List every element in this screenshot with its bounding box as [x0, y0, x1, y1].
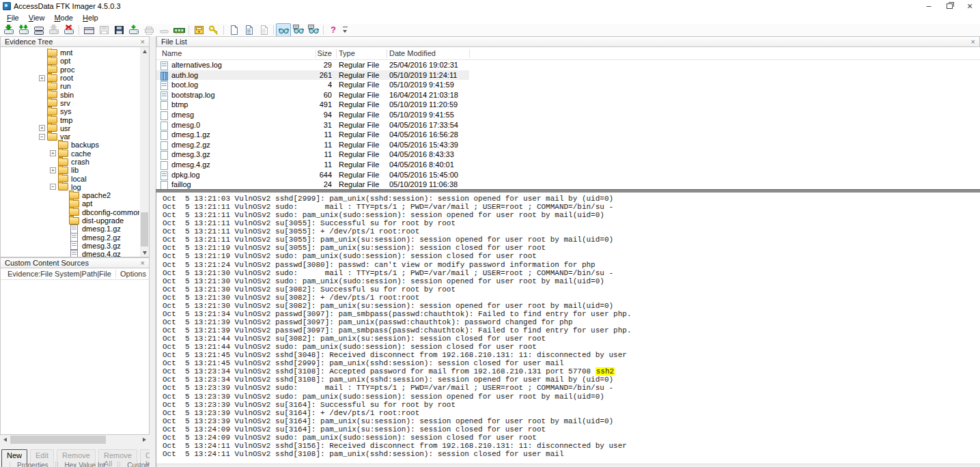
tree-item-label: proc	[60, 66, 74, 74]
export-files-button[interactable]	[226, 23, 241, 37]
column-separator[interactable]	[469, 49, 470, 58]
file-row-bootstrap.log[interactable]: bootstrap.log60Regular File16/04/2014 21…	[156, 90, 469, 100]
menu-help[interactable]: Help	[78, 13, 103, 23]
tree-item-dmesg.4.gz[interactable]: dmesg.4.gz	[1, 250, 139, 257]
bottom-tab-hex-value-int[interactable]: Hex Value Int...	[57, 462, 119, 467]
restore-button[interactable]	[939, 0, 960, 12]
vertical-splitter[interactable]	[150, 36, 156, 467]
collapse-icon[interactable]: −	[39, 134, 45, 140]
minimize-button[interactable]: –	[919, 0, 939, 12]
expand-icon[interactable]: +	[50, 150, 56, 156]
tree-item-opt[interactable]: opt	[1, 57, 139, 65]
column-separator[interactable]	[336, 49, 337, 58]
file-row-alternatives.log[interactable]: alternatives.log29Regular File25/04/2016…	[156, 60, 469, 70]
file-row-dmesg[interactable]: dmesg94Regular File05/10/2019 9:41:55	[156, 110, 469, 120]
tree-item-tmp[interactable]: tmp	[1, 115, 139, 124]
add-all-attached-devices-button[interactable]	[16, 23, 31, 37]
tree-item-dist-upgrade[interactable]: dist-upgrade	[1, 216, 139, 225]
hex-view-mode-button[interactable]	[291, 23, 306, 37]
add-evidence-to-custom-content-image-button[interactable]	[126, 23, 141, 37]
custom-content-horizontal-scrollbar[interactable]	[1, 435, 149, 444]
file-row-boot.log[interactable]: boot.log4Regular File05/10/2019 9:41:59	[156, 80, 469, 90]
column-options[interactable]: Options	[120, 270, 146, 278]
log-line: Oct 5 13:24:11 VulnOSv2 sshd[3108]: pam_…	[163, 450, 980, 458]
text-view-mode-button[interactable]	[306, 23, 321, 37]
auto-mode-button[interactable]	[276, 23, 291, 37]
viewer-horizontal-scrollbar[interactable]	[156, 464, 980, 467]
file-row-dmesg.0[interactable]: dmesg.031Regular File04/05/2016 17:33:54	[156, 120, 469, 130]
toolbar-options-button[interactable]	[342, 25, 349, 36]
tree-item-dmesg.2.gz[interactable]: dmesg.2.gz	[1, 234, 139, 242]
evidence-tree-vertical-scrollbar[interactable]	[140, 47, 149, 257]
tree-item-dmesg.3.gz[interactable]: dmesg.3.gz	[1, 242, 139, 250]
log-line: Oct 5 13:21:11 VulnOSv2 su[3055]: Succes…	[163, 219, 980, 227]
file-size: 11	[293, 160, 332, 169]
tree-item-run[interactable]: run	[1, 82, 139, 90]
scroll-down-arrow[interactable]	[140, 249, 149, 257]
file-list-close-icon[interactable]: ×	[970, 38, 977, 45]
file-row-dmesg.2.gz[interactable]: dmesg.2.gz11Regular File04/05/2016 15:43…	[156, 140, 469, 150]
obtain-protected-files-button[interactable]	[191, 23, 206, 37]
column-size[interactable]: Size	[293, 49, 332, 57]
tree-item-sys[interactable]: sys	[1, 107, 139, 115]
export-directory-listing-button	[256, 23, 271, 37]
scroll-up-arrow[interactable]	[140, 47, 149, 55]
help-button[interactable]: ?	[326, 23, 341, 37]
remove-all-evidence-items-button[interactable]	[61, 23, 76, 37]
expand-icon[interactable]: +	[39, 75, 45, 81]
tree-item-mnt[interactable]: mnt	[1, 48, 139, 57]
scrollbar-thumb[interactable]	[141, 212, 148, 246]
export-file-hash-list-button[interactable]	[241, 23, 256, 37]
scroll-right-arrow[interactable]	[140, 435, 149, 444]
tree-item-lib[interactable]: +lib	[1, 166, 139, 174]
menu-mode[interactable]: Mode	[49, 13, 78, 23]
menu-file[interactable]: File	[2, 13, 24, 23]
file-type: Regular File	[339, 71, 379, 79]
tree-item-dmesg.1.gz[interactable]: dmesg.1.gz	[1, 225, 139, 233]
column-type[interactable]: Type	[339, 49, 355, 57]
add-evidence-item-button[interactable]	[1, 23, 16, 37]
column-date-modified[interactable]: Date Modified	[389, 49, 436, 57]
export-logical-image-ad1-button[interactable]	[111, 23, 126, 37]
bottom-tab-custom-conte[interactable]: Custom Conte...	[120, 462, 150, 467]
file-row-auth.log[interactable]: auth.log261Regular File05/10/2019 11:24:…	[156, 70, 469, 81]
scrollbar-thumb[interactable]	[10, 436, 106, 444]
image-mounting-button[interactable]	[31, 23, 46, 37]
custom-content-sources-close-icon[interactable]: ×	[139, 259, 146, 266]
column-evidence-path[interactable]: Evidence:File System|Path|File	[8, 270, 111, 278]
column-separator[interactable]	[387, 49, 387, 58]
tree-item-backups[interactable]: backups	[1, 141, 139, 149]
file-row-dmesg.4.gz[interactable]: dmesg.4.gz11Regular File04/05/2016 8:40:…	[156, 160, 469, 170]
file-size: 29	[293, 61, 332, 69]
tree-item-var[interactable]: −var	[1, 132, 139, 141]
tree-item-local[interactable]: local	[1, 174, 139, 182]
detect-efs-encryption-button[interactable]	[206, 23, 221, 37]
close-button[interactable]: ×	[960, 0, 980, 12]
expand-icon[interactable]: +	[39, 125, 45, 131]
tree-item-srv[interactable]: srv	[1, 99, 139, 107]
bottom-tab-properties[interactable]: Properties	[10, 462, 56, 467]
menu-view[interactable]: View	[24, 13, 50, 23]
file-row-dpkg.log[interactable]: dpkg.log644Regular File04/05/2016 15:45:…	[156, 170, 469, 180]
scroll-left-arrow[interactable]	[1, 435, 10, 444]
tree-item-crash[interactable]: crash	[1, 158, 139, 166]
column-name[interactable]: Name	[162, 49, 182, 57]
file-row-btmp[interactable]: btmp491Regular File05/10/2019 11:20:59	[156, 100, 469, 110]
expand-icon[interactable]: +	[50, 167, 56, 173]
capture-memory-button[interactable]	[171, 23, 186, 37]
file-row-dmesg.1.gz[interactable]: dmesg.1.gz11Regular File04/05/2016 16:56…	[156, 130, 469, 140]
tree-item-proc[interactable]: proc	[1, 66, 139, 74]
file-row-dmesg.3.gz[interactable]: dmesg.3.gz11Regular File04/05/2016 8:43:…	[156, 150, 469, 160]
collapse-icon[interactable]: −	[50, 184, 56, 190]
tree-item-cache[interactable]: +cache	[1, 150, 139, 158]
file-type: Regular File	[339, 61, 379, 69]
tree-item-root[interactable]: +root	[1, 74, 139, 82]
tree-item-sbin[interactable]: sbin	[1, 90, 139, 98]
create-disk-image-button[interactable]	[81, 23, 96, 37]
file-content-viewer[interactable]: Oct 5 13:21:03 VulnOSv2 sshd[2999]: pam_…	[156, 193, 980, 467]
tree-item-usr[interactable]: +usr	[1, 124, 139, 132]
file-row-faillog[interactable]: faillog24Regular File05/10/2019 11:06:38	[156, 180, 469, 189]
tree-item-label: dmesg.2.gz	[82, 234, 121, 242]
evidence-tree-close-icon[interactable]: ×	[139, 38, 146, 45]
toolbar-separator	[188, 25, 189, 35]
